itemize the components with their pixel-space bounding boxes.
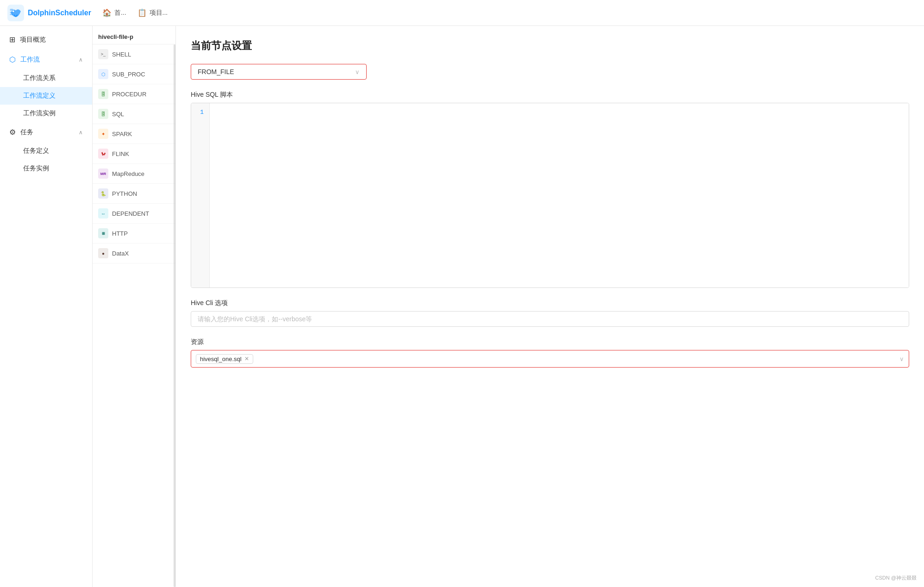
hive-cli-options-input[interactable] [191,311,909,327]
resources-label: 资源 [191,338,909,346]
task-item-dependent[interactable]: ↔ DEPENDENT [93,204,175,224]
sidebar-item-task[interactable]: ⚙ 任务 ∧ [0,122,92,142]
task-arrow-icon: ∧ [79,129,83,136]
sub-proc-icon: ⬡ [98,69,108,79]
logo[interactable]: DolphinScheduler [7,5,91,21]
spark-icon: ✦ [98,129,108,139]
task-item-procedure-label: PROCEDUR [112,91,146,98]
main-layout: ⊞ 项目概览 ⬡ 工作流 ∧ 工作流关系 工作流定义 工作流实例 ⚙ 任务 ∧ … [0,26,924,587]
sidebar-sub-task-instance[interactable]: 任务实例 [0,160,92,177]
task-item-sub-proc[interactable]: ⬡ SUB_PROC [93,64,175,84]
procedure-icon: 🗄 [98,89,108,99]
task-icon: ⚙ [9,128,16,137]
task-list-scrollable[interactable]: >_ SHELL ⬡ SUB_PROC 🗄 PROCEDUR 🗄 SQL ✦ [93,44,175,587]
sidebar-sub-workflow-instance-label: 工作流实例 [23,109,56,118]
task-list-panel: hivecli-file-p >_ SHELL ⬡ SUB_PROC 🗄 PRO… [93,26,176,587]
sidebar-sub-workflow-instance[interactable]: 工作流实例 [0,105,92,122]
hive-sql-editor: 1 [191,103,909,288]
app-name: DolphinScheduler [28,9,91,17]
task-item-shell-label: SHELL [112,51,131,58]
resources-group: 资源 hivesql_one.sql ✕ ∨ [191,338,909,368]
task-list-header: hivecli-file-p [93,26,175,44]
right-panel: 当前节点设置 FROM_FILE ∨ Hive SQL 脚本 1 [176,26,924,587]
nav-home[interactable]: 🏠 首... [102,8,126,17]
sidebar-sub-workflow-relation[interactable]: 工作流关系 [0,69,92,87]
resources-tag-input[interactable]: hivesql_one.sql ✕ ∨ [191,350,909,368]
sidebar-sub-workflow-definition-label: 工作流定义 [23,92,56,100]
resource-tag-hivesql-one: hivesql_one.sql ✕ [196,354,253,364]
resources-dropdown-icon[interactable]: ∨ [899,356,904,362]
task-item-http[interactable]: ⊞ HTTP [93,224,175,244]
nav-project[interactable]: 📋 项目... [137,8,168,17]
task-item-http-label: HTTP [112,230,128,237]
watermark: CSDN @神云叕叕 [875,575,917,581]
task-item-procedure[interactable]: 🗄 PROCEDUR [93,84,175,104]
task-item-flink[interactable]: 🐿 FLINK [93,144,175,164]
sidebar-item-workflow[interactable]: ⬡ 工作流 ∧ [0,50,92,69]
nav-project-label: 项目... [150,9,168,17]
sql-icon: 🗄 [98,109,108,119]
task-item-sql-label: SQL [112,111,124,118]
sidebar: ⊞ 项目概览 ⬡ 工作流 ∧ 工作流关系 工作流定义 工作流实例 ⚙ 任务 ∧ … [0,26,93,587]
home-icon: 🏠 [102,8,112,17]
sidebar-item-project-overview-label: 项目概览 [20,36,46,44]
sidebar-sub-workflow-definition[interactable]: 工作流定义 [0,87,92,105]
resource-tag-hivesql-one-close[interactable]: ✕ [244,356,249,362]
project-icon: 📋 [137,8,147,17]
task-item-shell[interactable]: >_ SHELL [93,44,175,64]
task-item-datax[interactable]: ● DataX [93,244,175,263]
dependent-icon: ↔ [98,208,108,219]
sidebar-sub-task-instance-label: 任务实例 [23,164,49,173]
http-icon: ⊞ [98,228,108,238]
task-item-dependent-label: DEPENDENT [112,210,149,217]
datax-icon: ● [98,248,108,258]
sidebar-sub-task-definition[interactable]: 任务定义 [0,142,92,160]
resource-tag-hivesql-one-label: hivesql_one.sql [200,356,242,362]
task-item-python[interactable]: 🐍 PYTHON [93,184,175,204]
sidebar-item-project-overview[interactable]: ⊞ 项目概览 [0,30,92,50]
svg-rect-3 [10,12,13,13]
task-item-python-label: PYTHON [112,190,137,197]
top-nav: DolphinScheduler 🏠 首... 📋 项目... [0,0,924,26]
task-item-mapreduce-label: MapReduce [112,170,144,177]
task-item-mapreduce[interactable]: MR MapReduce [93,164,175,184]
task-item-spark-label: SPARK [112,131,132,137]
script-type-chevron-icon: ∨ [355,69,360,75]
sidebar-item-workflow-label: 工作流 [20,56,40,64]
task-item-datax-label: DataX [112,250,129,257]
hive-sql-content[interactable] [210,103,909,287]
script-type-value: FROM_FILE [198,68,234,75]
project-overview-icon: ⊞ [9,35,15,44]
hive-sql-group: Hive SQL 脚本 1 [191,91,909,288]
workflow-arrow-icon: ∧ [79,56,83,63]
line-number-1: 1 [197,108,204,118]
task-item-flink-label: FLINK [112,150,129,157]
sidebar-sub-workflow-relation-label: 工作流关系 [23,74,56,82]
panel-title: 当前节点设置 [191,39,909,53]
svg-rect-4 [10,13,13,15]
content-area: hivecli-file-p >_ SHELL ⬡ SUB_PROC 🗄 PRO… [93,26,924,587]
python-icon: 🐍 [98,188,108,199]
hive-cli-options-group: Hive Cli 选项 [191,299,909,327]
shell-icon: >_ [98,49,108,59]
task-item-sub-proc-label: SUB_PROC [112,71,145,78]
workflow-icon: ⬡ [9,55,16,64]
sidebar-item-task-label: 任务 [20,128,33,137]
task-item-sql[interactable]: 🗄 SQL [93,104,175,124]
hive-sql-label: Hive SQL 脚本 [191,91,909,99]
dolphin-logo-icon [7,5,24,21]
nav-home-label: 首... [114,9,126,17]
mapreduce-icon: MR [98,169,108,179]
script-type-group: FROM_FILE ∨ [191,64,909,80]
flink-icon: 🐿 [98,149,108,159]
svg-rect-2 [10,9,13,11]
hive-cli-options-label: Hive Cli 选项 [191,299,909,307]
sidebar-sub-task-definition-label: 任务定义 [23,147,49,155]
task-item-spark[interactable]: ✦ SPARK [93,124,175,144]
code-line-numbers: 1 [191,103,210,287]
script-type-select[interactable]: FROM_FILE ∨ [191,64,367,80]
